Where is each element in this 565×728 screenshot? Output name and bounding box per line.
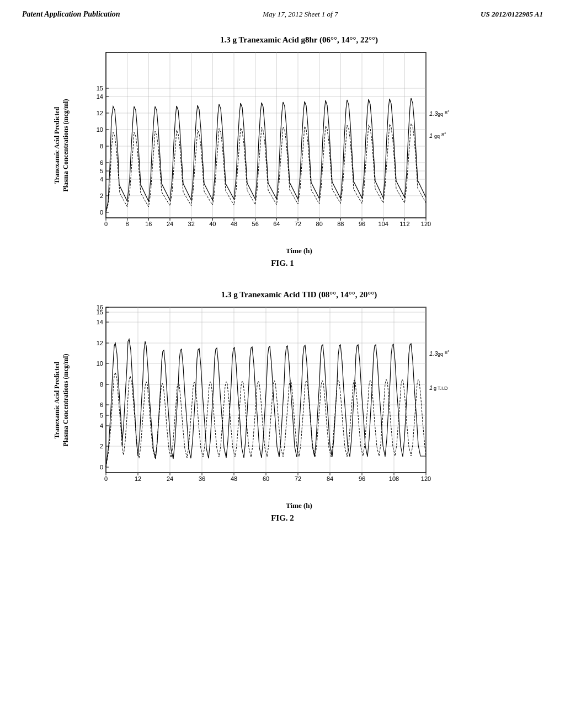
svg-text:72: 72 — [295, 221, 301, 227]
svg-text:96: 96 — [359, 475, 365, 482]
figure-2-chart-area: 1.3 g Tranexamic Acid TID (08°°, 14°°, 2… — [78, 290, 520, 510]
svg-text:4: 4 — [100, 176, 103, 183]
figure-2-wrapper: Tranexamic Acid PredictedPlasma Concentr… — [22, 290, 543, 523]
figure-1-chart-container: Tranexamic Acid PredictedPlasma Concentr… — [45, 35, 520, 255]
svg-text:10: 10 — [97, 360, 103, 367]
svg-text:5: 5 — [100, 168, 103, 174]
svg-text:2: 2 — [100, 443, 103, 449]
svg-text:T.I.D: T.I.D — [438, 386, 448, 391]
figure-1-chart-area: 1.3 g Tranexamic Acid g8hr (06°°, 14°°, … — [78, 35, 520, 255]
svg-text:gq: gq — [438, 111, 443, 117]
header-publication-type: Patent Application Publication — [22, 10, 120, 19]
svg-text:60: 60 — [263, 475, 269, 482]
svg-text:120: 120 — [421, 221, 431, 227]
svg-text:96: 96 — [359, 221, 365, 227]
svg-text:0: 0 — [104, 475, 108, 482]
fig1-svg: 0 2 4 5 6 8 10 12 14 15 — [78, 47, 454, 245]
fig1-x-axis-label: Time (h) — [78, 247, 520, 255]
svg-text:8: 8 — [100, 381, 103, 388]
svg-text:g: g — [434, 386, 436, 391]
svg-text:48: 48 — [231, 475, 237, 482]
svg-text:1: 1 — [429, 132, 433, 139]
svg-text:8: 8 — [126, 221, 129, 227]
svg-text:12: 12 — [97, 110, 103, 116]
svg-text:1.3: 1.3 — [429, 110, 438, 117]
header-date-sheet: May 17, 2012 Sheet 1 of 7 — [263, 10, 338, 19]
svg-text:6: 6 — [100, 402, 103, 408]
fig1-caption: FIG. 1 — [271, 259, 294, 268]
svg-text:36: 36 — [199, 475, 205, 482]
svg-text:8°: 8° — [445, 350, 450, 355]
svg-text:14: 14 — [97, 319, 103, 325]
svg-text:84: 84 — [327, 475, 333, 482]
svg-text:72: 72 — [295, 475, 301, 482]
svg-text:80: 80 — [316, 221, 323, 227]
svg-text:108: 108 — [389, 475, 399, 482]
svg-text:104: 104 — [378, 221, 388, 227]
svg-text:1: 1 — [429, 384, 433, 391]
svg-text:gq: gq — [438, 351, 443, 357]
svg-text:10: 10 — [97, 126, 103, 133]
svg-text:12: 12 — [135, 475, 141, 482]
svg-text:8: 8 — [100, 143, 103, 149]
svg-text:1.3: 1.3 — [429, 350, 438, 357]
page-header: Patent Application Publication May 17, 2… — [0, 0, 565, 19]
svg-text:8°: 8° — [445, 110, 450, 115]
figures-container: Tranexamic Acid PredictedPlasma Concentr… — [0, 19, 565, 534]
fig1-y-axis-label-container: Tranexamic Acid PredictedPlasma Concentr… — [45, 35, 78, 255]
svg-text:112: 112 — [399, 221, 409, 227]
svg-text:4: 4 — [100, 422, 103, 429]
svg-text:8°: 8° — [441, 132, 446, 137]
svg-text:24: 24 — [167, 475, 173, 482]
fig2-svg: 0 2 4 5 6 8 10 12 14 15 16 — [78, 302, 454, 500]
header-patent-number: US 2012/0122985 A1 — [481, 10, 543, 19]
svg-text:16: 16 — [145, 221, 152, 227]
svg-text:gq: gq — [434, 133, 440, 139]
svg-text:120: 120 — [421, 475, 431, 482]
fig1-title: 1.3 g Tranexamic Acid g8hr (06°°, 14°°, … — [78, 35, 520, 45]
svg-text:56: 56 — [252, 221, 259, 227]
figure-2-chart-container: Tranexamic Acid PredictedPlasma Concentr… — [45, 290, 520, 510]
fig2-caption: FIG. 2 — [271, 513, 294, 523]
svg-text:32: 32 — [188, 221, 195, 227]
svg-text:5: 5 — [100, 412, 103, 419]
svg-text:0: 0 — [100, 209, 103, 216]
svg-text:64: 64 — [273, 221, 280, 227]
fig2-x-axis-label: Time (h) — [78, 501, 520, 510]
fig2-y-axis-label: Tranexamic Acid PredictedPlasma Concentr… — [53, 354, 70, 447]
svg-text:15: 15 — [97, 85, 103, 92]
svg-text:6: 6 — [100, 159, 103, 166]
fig2-title: 1.3 g Tranexamic Acid TID (08°°, 14°°, 2… — [78, 290, 520, 299]
svg-text:0: 0 — [100, 464, 103, 470]
svg-text:14: 14 — [97, 93, 103, 100]
svg-text:24: 24 — [167, 221, 173, 227]
svg-text:40: 40 — [209, 221, 216, 227]
svg-text:16: 16 — [97, 304, 103, 311]
fig1-y-axis-label: Tranexamic Acid PredictedPlasma Concentr… — [53, 99, 70, 192]
svg-text:12: 12 — [97, 340, 103, 346]
svg-text:88: 88 — [337, 221, 344, 227]
figure-1-wrapper: Tranexamic Acid PredictedPlasma Concentr… — [22, 35, 543, 268]
svg-text:2: 2 — [100, 192, 103, 199]
svg-text:0: 0 — [104, 221, 108, 227]
fig2-y-axis-label-container: Tranexamic Acid PredictedPlasma Concentr… — [45, 290, 78, 510]
svg-text:48: 48 — [231, 221, 237, 227]
